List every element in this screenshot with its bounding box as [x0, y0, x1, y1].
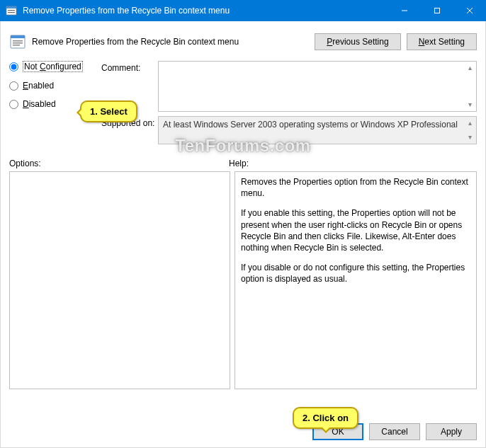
radio-enabled[interactable]: Enabled	[9, 81, 101, 91]
apply-button[interactable]: Apply	[426, 423, 477, 440]
svg-rect-5	[435, 8, 440, 13]
radio-not-configured[interactable]: Not Configured	[9, 61, 101, 72]
scroll-up-icon: ▴	[465, 118, 475, 128]
policy-title: Remove Properties from the Recycle Bin c…	[32, 37, 309, 47]
supported-on-box: At least Windows Server 2003 operating s…	[158, 116, 477, 144]
supported-on-text: At least Windows Server 2003 operating s…	[163, 120, 458, 130]
svg-rect-12	[13, 45, 20, 46]
window-title: Remove Properties from the Recycle Bin c…	[23, 6, 388, 16]
cancel-button[interactable]: Cancel	[369, 423, 420, 440]
radio-enabled-input[interactable]	[9, 81, 18, 91]
help-text: If you disable or do not configure this …	[241, 262, 470, 285]
svg-rect-11	[13, 42, 23, 44]
svg-rect-3	[8, 12, 15, 13]
svg-rect-10	[13, 40, 23, 42]
svg-rect-2	[8, 10, 15, 11]
comment-textarea[interactable]: ▴ ▾	[158, 61, 477, 112]
annotation-callout-2: 2. Click on	[293, 407, 358, 429]
svg-rect-1	[6, 6, 16, 8]
previous-setting-button[interactable]: Previous Setting	[315, 33, 400, 50]
policy-icon	[9, 33, 26, 50]
scroll-down-icon: ▾	[465, 132, 475, 142]
radio-disabled-input[interactable]	[9, 100, 18, 109]
annotation-callout-1: 1. Select	[80, 100, 137, 122]
scroll-down-icon[interactable]: ▾	[465, 100, 475, 110]
help-text: Removes the Properties option from the R…	[241, 176, 470, 199]
minimize-button[interactable]	[388, 0, 421, 21]
options-panel	[9, 171, 230, 389]
scroll-up-icon[interactable]: ▴	[465, 63, 475, 73]
radio-not-configured-input[interactable]	[9, 62, 18, 71]
svg-rect-9	[11, 35, 25, 38]
help-text: If you enable this setting, the Properti…	[241, 207, 470, 253]
next-setting-button[interactable]: Next Setting	[407, 33, 477, 50]
help-panel: Removes the Properties option from the R…	[234, 171, 477, 389]
close-button[interactable]	[453, 0, 486, 21]
options-label: Options:	[9, 159, 229, 168]
app-icon	[6, 5, 17, 16]
window-controls	[388, 0, 486, 21]
maximize-button[interactable]	[421, 0, 453, 21]
help-label: Help:	[229, 159, 249, 168]
title-bar: Remove Properties from the Recycle Bin c…	[0, 0, 486, 21]
